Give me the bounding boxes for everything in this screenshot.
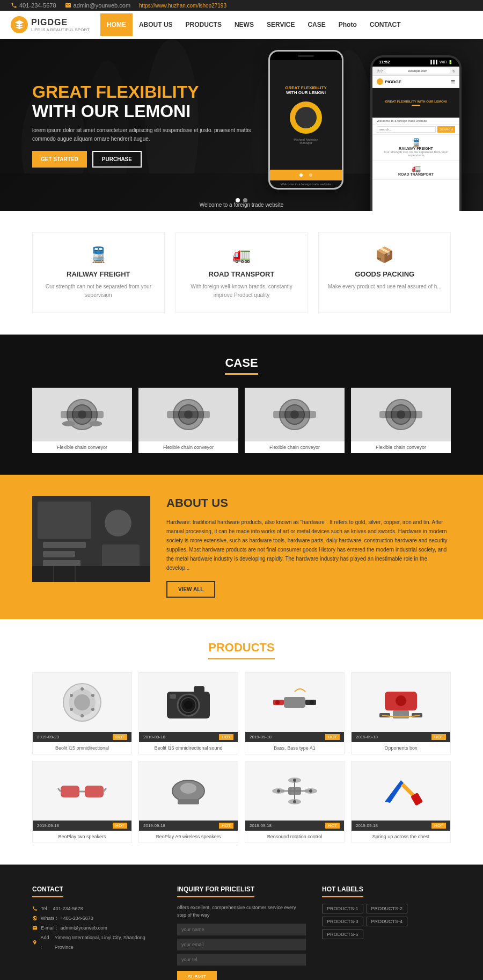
nav-item-contact[interactable]: CONTACT [363, 13, 407, 36]
footer-hot-labels: Hot labels PRODUCTS-1 PRODUCTS-2 PRODUCT… [322, 884, 451, 980]
svg-rect-32 [43, 542, 86, 548]
product-7[interactable]: 2019-09-18 HOT Beosound rotation control [245, 761, 345, 843]
hero-section: GREAT FLEXIBILITY WITH OUR LEMONI lorem … [0, 39, 483, 211]
footer-contact-info: Tel : 401-234-5678 Whats : +401-234-5678… [32, 904, 161, 952]
product-img-8 [352, 761, 450, 821]
product-img-3 [245, 673, 344, 732]
svg-rect-19 [167, 411, 210, 418]
goods-icon: 📦 [327, 246, 442, 264]
product-badge-bar-8: 2019-09-18 HOT [352, 821, 450, 831]
hot-label-2[interactable]: PRODUCTS-2 [367, 904, 408, 913]
nav-item-home[interactable]: HOME [100, 13, 133, 36]
footer-grid: CONTACT Tel : 401-234-5678 Whats : +401-… [32, 884, 451, 980]
case-item-1[interactable]: Flexible chain conveyor [32, 388, 132, 453]
nav-item-about[interactable]: ABOUT US [133, 13, 179, 36]
service-goods: 📦 GOODS PACKING Make every product and u… [318, 233, 451, 313]
product-date-7: 2019-09-18 [250, 823, 272, 828]
inquiry-email-input[interactable] [177, 939, 306, 950]
nav-item-case[interactable]: CASE [301, 13, 332, 36]
railway-icon: 🚆 [41, 246, 156, 264]
case-img-2 [138, 388, 238, 441]
mobile-search-button[interactable]: SEARCH [437, 126, 455, 133]
products-header: PRODUCTS [32, 641, 451, 659]
svg-point-80 [293, 800, 296, 803]
navbar: PIGDGE LIFE IS A BEAUTIFUL SPORT HOME AB… [0, 11, 483, 39]
svg-rect-33 [43, 551, 75, 557]
product-badge-8: HOT [431, 823, 446, 829]
logo[interactable]: PIGDGE LIFE IS A BEAUTIFUL SPORT [11, 11, 90, 39]
svg-rect-37 [32, 566, 150, 582]
nav-item-products[interactable]: PRODUCTS [179, 13, 228, 36]
hot-label-3[interactable]: PRODUCTS-3 [322, 917, 363, 926]
about-title: ABOUT US [166, 496, 451, 510]
svg-point-62 [396, 695, 406, 706]
case-item-4[interactable]: Flexible chain conveyor [351, 388, 451, 453]
product-badge-2: HOT [219, 734, 233, 740]
product-8[interactable]: 2019-09-18 HOT Spring up across the ches… [351, 761, 451, 843]
product-5[interactable]: 2019-09-18 HOT BeoPlay two speakers [32, 761, 132, 843]
product-1[interactable]: 2019-09-23 HOT Beolit l15 omnidirectiona… [32, 672, 132, 754]
hot-label-1[interactable]: PRODUCTS-1 [322, 904, 363, 913]
footer-hot-title: Hot labels [322, 885, 363, 897]
product-6[interactable]: 2019-09-18 HOT BeoPlay A9 wireless speak… [138, 761, 238, 843]
logo-icon [11, 16, 28, 33]
footer-contact-title: CONTACT [32, 885, 63, 897]
inquiry-tel-input[interactable] [177, 954, 306, 966]
purchase-button[interactable]: PURCHASE [92, 151, 142, 168]
case-item-2[interactable]: Flexible chain conveyor [138, 388, 238, 453]
svg-point-46 [80, 714, 84, 717]
product-name-1: Beolit l15 omnidirectional [33, 742, 131, 754]
product-name-3: Bass. Bass type A1 [245, 742, 344, 754]
product-date-5: 2019-09-18 [37, 823, 59, 828]
svg-point-59 [310, 700, 314, 705]
mobile-phone-mockup: 11:52 ▌▌▌ WiFi 🔋 大小 example.com ↻ PIGDGE… [370, 55, 462, 211]
watermark: https://www.huzhan.com/ishop27193 [139, 3, 226, 9]
hero-welcome-text: Welcome to a foreign trade website [200, 202, 284, 208]
inquiry-name-input[interactable] [177, 924, 306, 935]
svg-point-44 [91, 694, 94, 697]
hot-label-4[interactable]: PRODUCTS-4 [367, 917, 408, 926]
svg-point-68 [180, 783, 196, 794]
mobile-search-input[interactable] [377, 126, 436, 133]
service-railway-title: RAILWAY FREIGHT [41, 270, 156, 278]
product-2[interactable]: 2019-09-18 HOT Beolit l15 omnidirectiona… [138, 672, 238, 754]
nav-item-news[interactable]: NEWS [228, 13, 260, 36]
svg-rect-53 [194, 686, 204, 693]
case-img-3 [245, 388, 345, 441]
service-goods-desc: Make every product and use real assured … [327, 282, 442, 291]
footer-inquiry-title: INQUIRY FOR PRICELIST [177, 885, 254, 897]
svg-point-13 [62, 421, 75, 426]
svg-point-58 [275, 700, 280, 705]
inquiry-submit-button[interactable]: SUBMIT [177, 971, 217, 980]
nav-item-service[interactable]: SERVICE [260, 13, 301, 36]
product-4[interactable]: 2019-09-18 HOT Opponents box [351, 672, 451, 754]
product-3[interactable]: 2019-09-18 HOT Bass. Bass type A1 [245, 672, 345, 754]
case-img-4 [351, 388, 451, 441]
service-road: 🚛 ROAD TRANSPORT With foreign well-known… [175, 233, 308, 313]
nav-item-photo[interactable]: Photo [332, 13, 363, 36]
case-item-3[interactable]: Flexible chain conveyor [245, 388, 345, 453]
hot-label-5[interactable]: PRODUCTS-5 [322, 930, 363, 939]
svg-rect-31 [38, 502, 91, 539]
product-date-8: 2019-09-18 [356, 823, 378, 828]
product-date-2: 2019-09-18 [143, 735, 165, 739]
service-railway: 🚆 RAILWAY FREIGHT Our strength can not b… [32, 233, 165, 313]
svg-point-45 [91, 708, 94, 711]
phone-info: 401-234-5678 [11, 2, 56, 9]
desktop-phone-mockup: GREAT FLEXIBILITYWITH OUR LEMONI Michael… [268, 50, 343, 190]
dot-1[interactable] [236, 198, 240, 202]
svg-point-14 [89, 421, 102, 426]
get-started-button[interactable]: GET STARTED [32, 151, 87, 168]
hero-carousel-dots [236, 198, 247, 202]
footer-contact: CONTACT Tel : 401-234-5678 Whats : +401-… [32, 884, 161, 980]
footer-inquiry: INQUIRY FOR PRICELIST offers excellent, … [177, 884, 306, 980]
footer-email: E-mail : admin@yourweb.com [32, 923, 161, 933]
view-all-button[interactable]: VIEW ALL [166, 581, 215, 598]
dot-2[interactable] [243, 198, 247, 202]
logo-text: PIGDGE [31, 18, 90, 27]
product-date-4: 2019-09-18 [356, 735, 378, 739]
product-badge-6: HOT [219, 823, 233, 829]
svg-point-43 [80, 687, 84, 691]
product-date-6: 2019-09-18 [143, 823, 165, 828]
product-badge-bar-3: 2019-09-18 HOT [245, 732, 344, 742]
